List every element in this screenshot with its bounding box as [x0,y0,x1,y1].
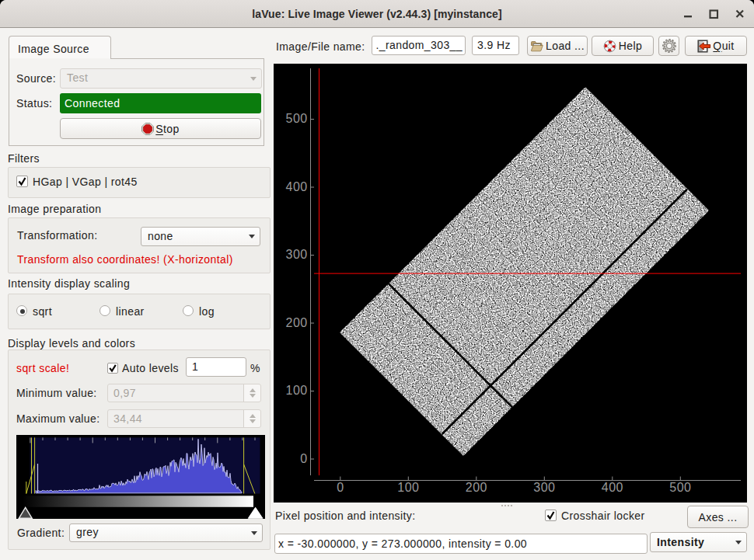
svg-text:400: 400 [286,180,308,193]
svg-text:0: 0 [337,481,344,494]
svg-text:200: 200 [466,481,487,494]
svg-text:300: 300 [533,481,555,494]
svg-text:300: 300 [286,248,308,261]
svg-text:500: 500 [286,112,308,125]
svg-text:100: 100 [397,481,419,494]
svg-text:100: 100 [286,384,308,397]
svg-text:200: 200 [286,316,308,329]
svg-text:500: 500 [669,481,691,494]
svg-text:0: 0 [300,452,307,465]
svg-text:400: 400 [602,481,623,494]
